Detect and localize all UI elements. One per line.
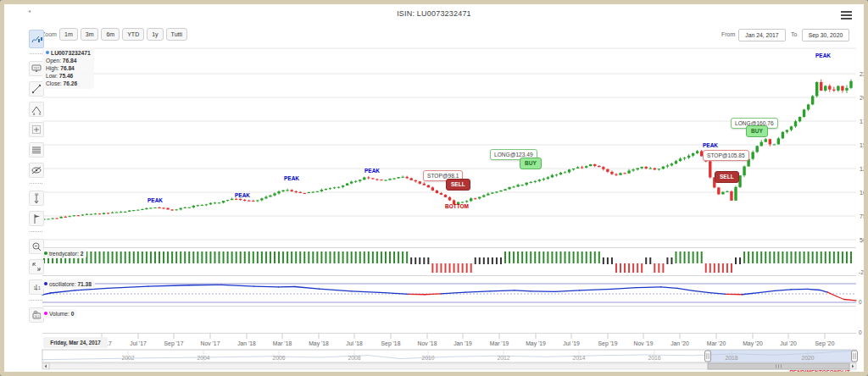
oscillator-legend: oscillatore: 71.38	[41, 279, 95, 289]
navigator-handle-right[interactable]	[852, 351, 858, 362]
toolbar-separator	[30, 300, 42, 301]
volume-name: Volume:	[49, 311, 70, 317]
navigator[interactable]: 2002200420062008201020122014201620182020	[42, 350, 858, 362]
volume-value: 0	[71, 311, 75, 317]
close-label: Close:	[46, 80, 62, 86]
trendycator-axis-label: -2.4	[859, 269, 868, 275]
toolbar-separator	[30, 53, 42, 54]
chart-canvas: 2252001751501251007550-2.400May '17Jul '…	[4, 4, 868, 376]
x-axis-label: May '18	[309, 340, 329, 347]
open-label: Open:	[46, 58, 61, 64]
x-axis-label: Sep '18	[381, 340, 401, 347]
x-axis-label: Nov '17	[201, 340, 220, 346]
fullscreen-icon[interactable]	[29, 259, 44, 274]
x-axis-label: Jul '20	[780, 340, 797, 346]
peak-label: PEAK	[284, 175, 299, 181]
navigator-year-label: 2014	[572, 355, 585, 361]
x-axis-label: Mar '18	[273, 340, 292, 346]
zoom-button-tutti[interactable]: Tutti	[166, 28, 187, 41]
toolbar-separator	[30, 231, 42, 232]
flag-icon[interactable]	[29, 211, 44, 226]
peak-label: PEAK	[235, 192, 250, 198]
scrollbar[interactable]	[42, 363, 856, 369]
zoom-button-1m[interactable]: 1m	[59, 28, 78, 41]
parallel-lines-icon[interactable]	[29, 142, 44, 158]
x-axis-label: Jul '17	[130, 340, 147, 346]
x-axis-label: Jul '18	[346, 340, 363, 346]
page-title: ISIN: LU0073232471	[4, 9, 864, 18]
buy-signal-badge: BUY	[520, 158, 542, 169]
y-axis-label: 225	[860, 71, 868, 77]
y-axis-label: 150	[860, 142, 868, 148]
oscillator-name: oscillatore:	[49, 281, 76, 287]
range-to-label: To	[791, 31, 797, 37]
x-axis-label: Nov '19	[634, 340, 654, 346]
volume-dot	[44, 312, 47, 315]
navigator-handle-left[interactable]	[705, 351, 711, 362]
zoom-button-3m[interactable]: 3m	[81, 28, 99, 41]
x-axis-label: Mar '19	[490, 340, 509, 346]
high-value: 76.84	[60, 65, 75, 71]
x-axis-label: Jan '20	[670, 340, 689, 346]
peak-label: PEAK	[147, 197, 163, 203]
zoom-buttons: 1m3m6mYTD1yTutti	[59, 28, 187, 41]
zoom-button-1y[interactable]: 1y	[147, 28, 163, 41]
sell-signal-badge: SELL	[715, 171, 739, 183]
navigator-year-label: 2008	[348, 355, 360, 361]
peak-label: PEAK	[703, 142, 718, 148]
zoom-button-6m[interactable]: 6m	[101, 28, 120, 41]
series-name: LU0073232471	[51, 50, 91, 56]
svg-text:TXT: TXT	[34, 67, 39, 70]
y-axis-label: 175	[860, 119, 868, 124]
chart-plot-area[interactable]	[42, 49, 856, 247]
trendycator-name: trendycator:	[49, 251, 79, 257]
navigator-year-label: 2006	[272, 355, 285, 361]
hide-annotations-icon[interactable]	[29, 163, 44, 178]
series-dot	[46, 51, 49, 54]
x-axis-label: Sep '17	[164, 340, 184, 347]
elliott-wave-icon[interactable]: AB	[29, 102, 44, 117]
y-axis-label: 125	[860, 166, 868, 172]
navigator-year-label: 2020	[801, 355, 814, 361]
series-type-icon[interactable]	[29, 30, 44, 48]
zoom-button-ytd[interactable]: YTD	[122, 28, 144, 41]
vertical-counter-icon[interactable]: 123	[29, 191, 44, 206]
range-from-input[interactable]	[738, 29, 786, 41]
navigator-year-label: 2018	[725, 355, 737, 361]
range-to-input[interactable]	[802, 29, 849, 41]
low-label: Low:	[46, 73, 58, 79]
close-value: 76.26	[64, 80, 78, 86]
toolbar-collapse-icon[interactable]: ◂	[28, 8, 31, 14]
navigator-year-label: 2012	[497, 355, 509, 361]
x-axis	[102, 334, 825, 339]
buy-signal-badge: BUY	[746, 125, 768, 137]
oscillator-dot	[44, 282, 47, 285]
range-from-label: From	[721, 31, 735, 37]
trendycator-dot	[44, 252, 47, 255]
oscillator-value: 71.38	[77, 281, 92, 287]
fibonacci-icon[interactable]	[29, 122, 44, 137]
y-axis-label: 200	[860, 95, 868, 101]
oscillator-axis-label: 0	[859, 299, 862, 305]
bottom-label: BOTTOM	[445, 203, 469, 209]
peak-label: PEAK	[815, 53, 831, 58]
x-axis-label: May '19	[526, 340, 546, 347]
trendycator-bars	[44, 252, 851, 273]
x-axis-label: Nov '18	[418, 340, 437, 346]
low-value: 75.46	[59, 73, 74, 79]
volume-axis-label: 0	[859, 329, 862, 335]
x-axis-label: May '20	[743, 340, 763, 347]
y-axis-label: 50	[860, 237, 866, 243]
x-axis-label: Jan '18	[237, 340, 256, 346]
menu-icon[interactable]	[841, 11, 852, 20]
crosshair-date-tooltip: Friday, Mar 24, 2017	[43, 337, 108, 348]
trendycator-legend: trendycator: 2	[41, 249, 86, 258]
y-axis-label: 100	[860, 190, 868, 196]
watermark: RENDIMENTOFONDI.IT	[789, 368, 850, 374]
navigator-year-label: 2002	[121, 355, 134, 361]
oscillator-panel	[42, 284, 856, 302]
volume-legend: Volume: 0	[41, 309, 77, 318]
navigator-year-label: 2004	[197, 355, 209, 361]
x-axis-label: Sep '19	[598, 340, 618, 347]
app-frame: 2252001751501251007550-2.400May '17Jul '…	[0, 0, 868, 376]
